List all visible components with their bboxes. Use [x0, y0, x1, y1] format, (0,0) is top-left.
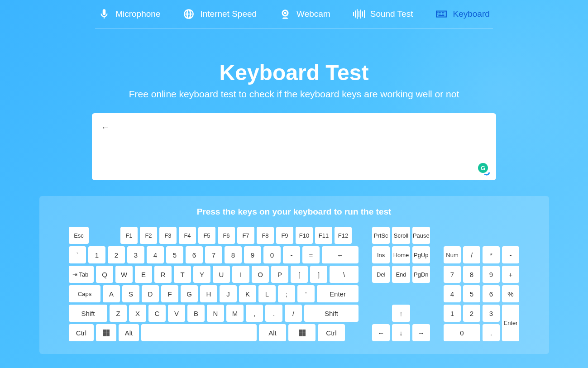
- key-space[interactable]: [141, 324, 257, 341]
- key-num-decimal[interactable]: .: [483, 324, 500, 341]
- key-f11[interactable]: F11: [315, 227, 332, 244]
- key-num-5[interactable]: 5: [463, 285, 480, 302]
- key-f3[interactable]: F3: [159, 227, 177, 244]
- key-num-2[interactable]: 2: [463, 305, 480, 322]
- key-3[interactable]: 3: [127, 246, 144, 263]
- key-b[interactable]: B: [187, 305, 205, 322]
- key-scroll[interactable]: Scroll: [392, 227, 410, 244]
- key-5[interactable]: 5: [166, 246, 183, 263]
- key-num-4[interactable]: 4: [444, 285, 461, 302]
- nav-internet-speed[interactable]: Internet Speed: [183, 8, 257, 20]
- key-ctrl-right[interactable]: Ctrl: [318, 324, 345, 341]
- key-backtick[interactable]: `: [69, 246, 86, 263]
- key-esc[interactable]: Esc: [69, 227, 89, 244]
- key-4[interactable]: 4: [147, 246, 164, 263]
- key-f[interactable]: F: [161, 285, 178, 302]
- key-u[interactable]: U: [213, 266, 230, 283]
- key-num-enter[interactable]: Enter: [502, 305, 519, 341]
- key-k[interactable]: K: [239, 285, 256, 302]
- key-win-left[interactable]: [96, 324, 116, 341]
- key-f1[interactable]: F1: [120, 227, 138, 244]
- key-end[interactable]: End: [392, 266, 410, 283]
- key-f4[interactable]: F4: [179, 227, 196, 244]
- key-c[interactable]: C: [148, 305, 166, 322]
- key-h[interactable]: H: [200, 285, 217, 302]
- key-num-plus[interactable]: +: [502, 266, 519, 283]
- key-z[interactable]: Z: [110, 305, 127, 322]
- key-arrow-down[interactable]: ↓: [392, 324, 410, 341]
- key-pgdn[interactable]: PgDn: [412, 266, 430, 283]
- key-num-multiply[interactable]: *: [483, 246, 500, 263]
- key-shift-right[interactable]: Shift: [304, 305, 359, 322]
- key-f5[interactable]: F5: [198, 227, 215, 244]
- key-minus[interactable]: -: [283, 246, 300, 263]
- key-a[interactable]: A: [103, 285, 120, 302]
- key-num-3[interactable]: 3: [483, 305, 500, 322]
- key-num-0[interactable]: 0: [444, 324, 480, 341]
- key-f6[interactable]: F6: [218, 227, 235, 244]
- key-comma[interactable]: ,: [246, 305, 263, 322]
- key-r[interactable]: R: [154, 266, 172, 283]
- key-backslash[interactable]: \: [330, 266, 359, 283]
- key-9[interactable]: 9: [244, 246, 261, 263]
- key-del[interactable]: Del: [372, 266, 390, 283]
- key-num-divide[interactable]: /: [463, 246, 480, 263]
- key-f7[interactable]: F7: [237, 227, 254, 244]
- key-num-7[interactable]: 7: [444, 266, 461, 283]
- key-o[interactable]: O: [252, 266, 269, 283]
- nav-sound-test[interactable]: Sound Test: [353, 8, 413, 20]
- key-ctrl-left[interactable]: Ctrl: [69, 324, 94, 341]
- key-num-minus[interactable]: -: [502, 246, 519, 263]
- key-arrow-left[interactable]: ←: [372, 324, 390, 341]
- key-2[interactable]: 2: [108, 246, 125, 263]
- key-prtsc[interactable]: PrtSc: [372, 227, 390, 244]
- key-f2[interactable]: F2: [140, 227, 157, 244]
- key-s[interactable]: S: [122, 285, 139, 302]
- key-q[interactable]: Q: [96, 266, 113, 283]
- key-x[interactable]: X: [129, 305, 146, 322]
- key-slash[interactable]: /: [285, 305, 302, 322]
- key-backspace[interactable]: ←: [322, 246, 359, 263]
- key-6[interactable]: 6: [186, 246, 203, 263]
- key-n[interactable]: N: [207, 305, 224, 322]
- key-caps[interactable]: Caps: [69, 285, 100, 302]
- nav-webcam[interactable]: Webcam: [279, 8, 330, 20]
- nav-keyboard[interactable]: Keyboard: [435, 8, 489, 20]
- key-v[interactable]: V: [168, 305, 185, 322]
- nav-microphone[interactable]: Microphone: [98, 8, 160, 20]
- key-semicolon[interactable]: ;: [278, 285, 295, 302]
- key-arrow-right[interactable]: →: [412, 324, 430, 341]
- key-ins[interactable]: Ins: [372, 246, 390, 263]
- key-f10[interactable]: F10: [296, 227, 313, 244]
- key-arrow-up[interactable]: ↑: [392, 305, 410, 322]
- key-pause[interactable]: Pause: [412, 227, 430, 244]
- key-equals[interactable]: =: [302, 246, 320, 263]
- test-textarea[interactable]: ← G: [92, 113, 496, 180]
- key-num-1[interactable]: 1: [444, 305, 461, 322]
- key-shift-left[interactable]: Shift: [69, 305, 107, 322]
- grammarly-icon[interactable]: G: [478, 163, 489, 174]
- key-e[interactable]: E: [135, 266, 152, 283]
- key-bracket-close[interactable]: ]: [310, 266, 327, 283]
- key-home[interactable]: Home: [392, 246, 410, 263]
- key-win-right[interactable]: [288, 324, 316, 341]
- key-num-9[interactable]: 9: [483, 266, 500, 283]
- key-tab[interactable]: ⇥ Tab: [69, 266, 94, 283]
- key-y[interactable]: Y: [193, 266, 210, 283]
- key-g[interactable]: G: [181, 285, 198, 302]
- key-m[interactable]: M: [226, 305, 244, 322]
- key-num-6[interactable]: 6: [483, 285, 500, 302]
- key-0[interactable]: 0: [263, 246, 281, 263]
- key-quote[interactable]: ': [297, 285, 315, 302]
- key-num-8[interactable]: 8: [463, 266, 480, 283]
- key-enter[interactable]: Enter: [317, 285, 359, 302]
- key-w[interactable]: W: [115, 266, 133, 283]
- key-num-percent[interactable]: %: [502, 285, 519, 302]
- key-pgup[interactable]: PgUp: [412, 246, 430, 263]
- key-f12[interactable]: F12: [335, 227, 352, 244]
- key-p[interactable]: P: [271, 266, 288, 283]
- key-7[interactable]: 7: [205, 246, 222, 263]
- key-numlock[interactable]: Num: [444, 246, 461, 263]
- key-d[interactable]: D: [142, 285, 159, 302]
- key-f9[interactable]: F9: [276, 227, 293, 244]
